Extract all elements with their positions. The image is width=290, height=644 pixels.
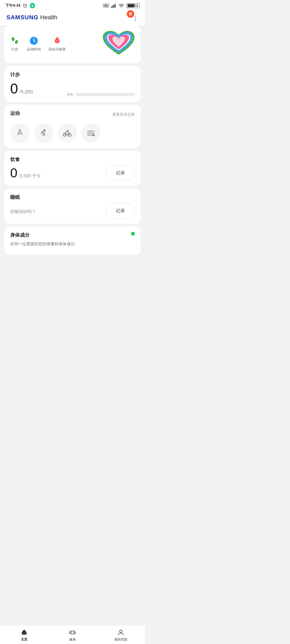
hd-label: HD — [103, 4, 109, 8]
walk-icon — [15, 128, 25, 138]
battery-level: 51 — [135, 4, 138, 7]
status-time: 下午4:34 — [5, 3, 20, 8]
steps-card: 计步 0 /6,000 0% — [4, 66, 141, 102]
activity-summary-card: 计步 运动时间 活动卡路里 — [4, 25, 141, 63]
exercise-card: 运动 查看历史记录 — [4, 105, 141, 148]
svg-point-14 — [68, 130, 69, 131]
battery-icon: 51 — [126, 3, 140, 8]
steps-label: 计步 — [11, 47, 18, 52]
food-current: 0 — [10, 166, 17, 180]
svg-rect-5 — [115, 4, 115, 8]
sleep-record-button[interactable]: 记录 — [106, 203, 135, 218]
download-icon — [30, 3, 35, 9]
svg-rect-4 — [114, 5, 114, 8]
steps-progress-bar — [76, 93, 135, 96]
exercise-header: 运动 查看历史记录 — [10, 110, 135, 119]
activity-calories-item[interactable]: 活动卡路里 — [48, 36, 66, 52]
svg-point-6 — [121, 7, 122, 8]
svg-point-7 — [11, 37, 15, 41]
cycling-button[interactable] — [57, 123, 77, 143]
calories-label: 活动卡路里 — [48, 47, 66, 52]
steps-icon — [10, 36, 19, 45]
svg-rect-2 — [111, 6, 112, 8]
calories-icon — [53, 36, 62, 45]
signal-icon — [111, 3, 117, 8]
status-bar: 下午4:34 HD 51 — [0, 0, 145, 10]
notification-badge[interactable]: 新 — [127, 10, 134, 18]
sleep-card: 睡眠 您睡得好吗？ 记录 — [4, 189, 141, 224]
body-comp-desc: 在同一位置跟踪您的体重和身体成分。 — [10, 241, 135, 247]
activity-time-item[interactable]: 运动时间 — [27, 36, 41, 52]
status-right: HD 51 — [103, 3, 140, 8]
steps-card-title: 计步 — [10, 71, 135, 78]
activity-icons: 计步 运动时间 活动卡路里 — [10, 36, 66, 52]
food-card: 饮食 0 /1,593 千卡 记录 — [4, 151, 141, 186]
status-left: 下午4:34 — [5, 3, 35, 9]
steps-current: 0 — [10, 80, 18, 97]
cycling-icon — [62, 128, 72, 138]
sleep-row: 您睡得好吗？ 记录 — [10, 203, 135, 218]
body-comp-card: 身体成分 在同一位置跟踪您的体重和身体成分。 — [4, 226, 141, 255]
food-row: 0 /1,593 千卡 记录 — [10, 165, 135, 181]
run-button[interactable] — [34, 123, 53, 143]
svg-point-8 — [15, 40, 18, 44]
walk-button[interactable] — [10, 123, 30, 143]
alarm-icon — [23, 3, 27, 8]
history-link[interactable]: 查看历史记录 — [112, 112, 135, 117]
food-value: 0 /1,593 千卡 — [10, 166, 41, 180]
svg-rect-3 — [112, 5, 113, 8]
steps-percent: 0% — [67, 92, 73, 97]
food-goal: /1,593 千卡 — [19, 173, 41, 179]
logo-samsung: SAMSUNG — [6, 14, 38, 21]
food-record-button[interactable]: 记录 — [106, 165, 135, 181]
steps-value-container: 0 /6,000 — [10, 80, 33, 97]
heart-graphic — [103, 31, 135, 57]
app-logo: SAMSUNG Health — [6, 14, 57, 21]
list-icon — [86, 128, 96, 138]
logo-health: Health — [40, 14, 57, 21]
exercise-card-title: 运动 — [10, 110, 20, 116]
header-actions: 新 ⋮ — [132, 13, 139, 21]
body-comp-title: 身体成分 — [10, 232, 135, 238]
food-card-title: 饮食 — [10, 156, 135, 163]
sleep-card-title: 睡眠 — [10, 194, 135, 200]
sleep-subtitle: 您睡得好吗？ — [10, 209, 36, 215]
food-left: 0 /1,593 千卡 — [10, 166, 41, 180]
steps-goal: /6,000 — [20, 89, 33, 95]
svg-point-10 — [19, 129, 21, 131]
steps-progress: 0% — [67, 92, 135, 97]
run-icon — [39, 128, 48, 138]
more-exercises-button[interactable] — [81, 123, 100, 143]
exercise-icons-row — [10, 123, 135, 143]
sleep-left: 您睡得好吗？ — [10, 207, 36, 215]
svg-point-11 — [44, 129, 45, 131]
svg-point-18 — [93, 134, 95, 136]
time-icon — [29, 36, 38, 45]
active-indicator — [131, 232, 135, 236]
time-label: 运动时间 — [27, 47, 41, 52]
app-header: SAMSUNG Health 新 ⋮ — [0, 10, 145, 25]
activity-steps-item[interactable]: 计步 — [10, 36, 19, 52]
wifi-icon — [119, 3, 124, 8]
